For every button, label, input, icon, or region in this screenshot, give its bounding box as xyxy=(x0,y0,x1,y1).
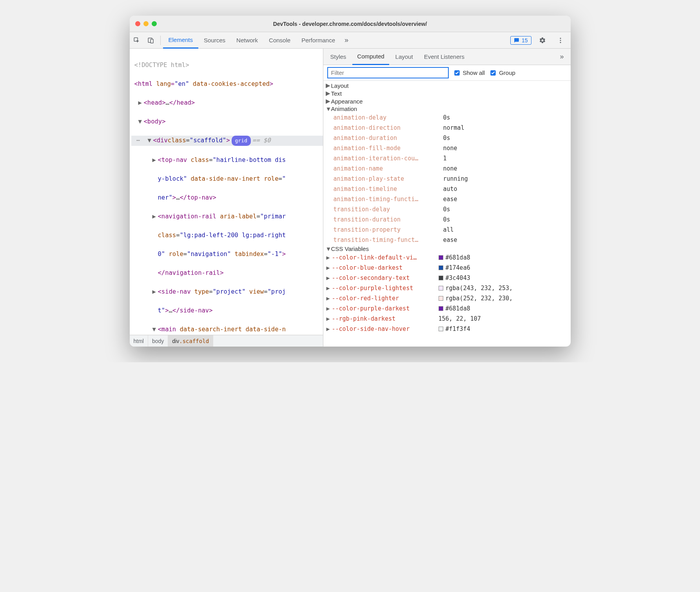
property-value: 0s xyxy=(443,214,450,225)
minimize-window-button[interactable] xyxy=(143,21,149,26)
kebab-menu-icon[interactable] xyxy=(553,32,568,49)
computed-property[interactable]: transition-propertyall xyxy=(334,225,571,235)
grid-badge[interactable]: grid xyxy=(232,136,251,146)
variable-name: --color-secondary-text xyxy=(332,273,439,283)
dom-line[interactable]: t">…</side-nav> xyxy=(158,306,213,315)
expand-icon[interactable]: ▶ xyxy=(138,98,144,107)
css-variable[interactable]: ▶--color-side-nav-hover#f1f3f4 xyxy=(323,324,571,334)
expand-icon[interactable]: ▶ xyxy=(326,273,332,283)
section-animation[interactable]: ▼Animation xyxy=(323,105,571,113)
expand-icon[interactable]: ▶ xyxy=(326,283,332,293)
expand-icon[interactable]: ▶ xyxy=(152,287,158,296)
section-appearance[interactable]: ▶Appearance xyxy=(323,97,571,105)
section-text[interactable]: ▶Text xyxy=(323,89,571,97)
computed-property[interactable]: animation-directionnormal xyxy=(334,123,571,133)
property-name: transition-timing-funct… xyxy=(334,235,443,245)
dom-line[interactable]: <side-nav type="project" view="proj xyxy=(158,287,286,296)
html-open[interactable]: <html lang="en" data-cookies-accepted> xyxy=(134,79,274,89)
breadcrumb-div-scaffold[interactable]: div.scaffold xyxy=(168,335,213,347)
tab-sources[interactable]: Sources xyxy=(198,32,231,49)
group-checkbox[interactable]: Group xyxy=(490,69,515,76)
issues-button[interactable]: 15 xyxy=(510,36,531,45)
collapse-icon[interactable]: ▼ xyxy=(152,325,158,334)
expand-icon[interactable]: ▶ xyxy=(326,314,332,324)
computed-property[interactable]: transition-duration0s xyxy=(334,214,571,225)
expand-icon[interactable]: ▶ xyxy=(326,263,332,273)
computed-property[interactable]: animation-delay0s xyxy=(334,113,571,123)
head-node[interactable]: <head> xyxy=(144,98,166,107)
css-variable[interactable]: ▶--color-purple-darkest#681da8 xyxy=(323,303,571,314)
computed-property[interactable]: animation-duration0s xyxy=(334,133,571,143)
computed-property[interactable]: animation-namenone xyxy=(334,163,571,174)
expand-icon[interactable]: ▶ xyxy=(326,324,332,334)
computed-property[interactable]: animation-play-staterunning xyxy=(334,174,571,184)
css-variable[interactable]: ▶--color-red-lighterrgba(252, 232, 230, xyxy=(323,293,571,303)
more-tabs-icon[interactable]: » xyxy=(341,36,353,44)
tab-console[interactable]: Console xyxy=(263,32,296,49)
show-all-checkbox[interactable]: Show all xyxy=(453,69,485,76)
settings-icon[interactable] xyxy=(535,32,549,49)
breadcrumb-html[interactable]: html xyxy=(130,335,148,347)
section-layout[interactable]: ▶Layout xyxy=(323,82,571,89)
css-variable[interactable]: ▶--color-secondary-text#3c4043 xyxy=(323,273,571,283)
maximize-window-button[interactable] xyxy=(152,21,157,26)
color-swatch-icon xyxy=(439,276,443,280)
computed-property[interactable]: animation-timelineauto xyxy=(334,184,571,194)
inspect-element-icon[interactable] xyxy=(130,32,144,49)
selected-node[interactable]: ⋯▼<div class="scaffold">grid == $0 xyxy=(131,136,323,146)
property-name: transition-property xyxy=(334,225,443,235)
breadcrumb-body[interactable]: body xyxy=(148,335,168,347)
filter-input[interactable] xyxy=(327,67,449,78)
dom-tree[interactable]: <!DOCTYPE html> <html lang="en" data-coo… xyxy=(130,49,323,335)
css-variable[interactable]: ▶--color-purple-lightestrgba(243, 232, 2… xyxy=(323,283,571,293)
property-value: none xyxy=(443,163,457,174)
device-toggle-icon[interactable] xyxy=(144,32,158,49)
tab-elements[interactable]: Elements xyxy=(163,32,199,49)
dom-line[interactable]: 0" role="navigation" tabindex="-1"> xyxy=(158,249,286,259)
expand-icon[interactable]: ▶ xyxy=(152,212,158,221)
computed-property[interactable]: animation-iteration-cou…1 xyxy=(334,153,571,163)
collapse-icon[interactable]: ▼ xyxy=(138,117,144,126)
window-title: DevTools - developer.chrome.com/docs/dev… xyxy=(130,21,571,27)
subtab-styles[interactable]: Styles xyxy=(326,49,351,65)
expand-icon[interactable]: ▶ xyxy=(326,252,332,263)
collapse-icon[interactable]: ▼ xyxy=(148,136,153,146)
variable-value: rgba(252, 232, 230, xyxy=(439,293,513,303)
variable-name: --rgb-pink-darkest xyxy=(332,314,439,324)
selected-expr: == $0 xyxy=(252,136,271,146)
dom-line[interactable]: <top-nav class="hairline-bottom dis xyxy=(158,155,286,165)
computed-property[interactable]: animation-timing-functi…ease xyxy=(334,194,571,204)
property-value: auto xyxy=(443,184,457,194)
section-css-variables[interactable]: ▼CSS Variables xyxy=(323,245,571,252)
dom-line[interactable]: y-block" data-side-nav-inert role=" xyxy=(158,174,286,183)
subtab-computed[interactable]: Computed xyxy=(352,49,389,65)
separator xyxy=(160,36,161,45)
expand-icon[interactable]: ▶ xyxy=(326,293,332,303)
more-subtabs-icon[interactable]: » xyxy=(556,53,568,61)
computed-property[interactable]: transition-timing-funct…ease xyxy=(334,235,571,245)
dom-line[interactable]: class="lg:pad-left-200 lg:pad-right xyxy=(158,231,286,240)
body-node[interactable]: <body> xyxy=(144,117,166,126)
expand-icon[interactable]: ▶ xyxy=(326,303,332,314)
doctype[interactable]: <!DOCTYPE html> xyxy=(134,60,189,70)
tab-performance[interactable]: Performance xyxy=(296,32,341,49)
property-name: animation-delay xyxy=(334,113,443,123)
css-variable[interactable]: ▶--color-link-default-vi…#681da8 xyxy=(323,252,571,263)
close-window-button[interactable] xyxy=(135,21,140,26)
dom-line[interactable]: <navigation-rail aria-label="primar xyxy=(158,212,286,221)
css-variable[interactable]: ▶--color-blue-darkest#174ea6 xyxy=(323,263,571,273)
property-name: animation-timeline xyxy=(334,184,443,194)
dom-line[interactable]: ner">…</top-nav> xyxy=(158,193,216,202)
property-value: 0s xyxy=(443,133,450,143)
property-value: 0s xyxy=(443,113,450,123)
variable-value: #f1f3f4 xyxy=(439,324,470,334)
dom-line[interactable]: <main data-search-inert data-side-n xyxy=(158,325,286,334)
expand-icon[interactable]: ▶ xyxy=(152,155,158,165)
css-variable[interactable]: ▶--rgb-pink-darkest156, 22, 107 xyxy=(323,314,571,324)
dom-line[interactable]: </navigation-rail> xyxy=(158,268,224,278)
computed-property[interactable]: transition-delay0s xyxy=(334,204,571,214)
computed-property[interactable]: animation-fill-modenone xyxy=(334,143,571,153)
tab-network[interactable]: Network xyxy=(231,32,263,49)
subtab-layout[interactable]: Layout xyxy=(391,49,418,65)
subtab-event-listeners[interactable]: Event Listeners xyxy=(419,49,469,65)
